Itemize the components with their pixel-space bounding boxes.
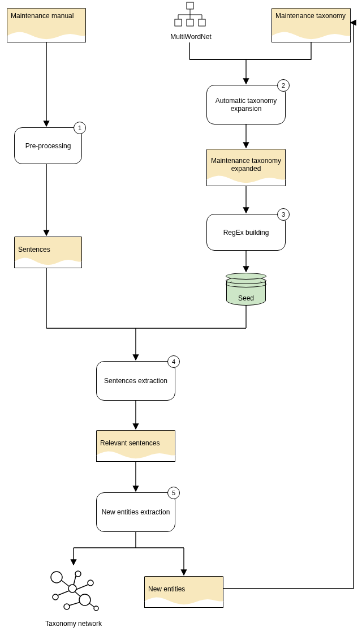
svg-rect-0 — [187, 2, 193, 9]
svg-line-22 — [69, 602, 80, 606]
label-relevant-sentences: Relevant sentences — [100, 439, 160, 447]
label-new-entities: New entities — [148, 585, 185, 593]
proc-pre-processing: Pre-processing — [14, 127, 82, 164]
svg-point-10 — [75, 571, 81, 577]
label-regex-building: RegEx building — [223, 229, 269, 237]
multiwordnet-icon — [173, 1, 206, 32]
doc-maintenance-manual: Maintenance manual — [7, 8, 86, 36]
svg-rect-6 — [175, 19, 182, 26]
svg-line-21 — [75, 592, 80, 596]
connectors — [0, 0, 362, 644]
proc-auto-taxonomy-expansion: Automatic taxonomy expansion — [206, 85, 286, 124]
label-taxonomy-network: Taxonomy network — [40, 620, 107, 628]
badge-4: 4 — [167, 355, 180, 368]
svg-point-16 — [94, 606, 98, 611]
doc-relevant-sentences: Relevant sentences — [96, 430, 175, 456]
svg-line-18 — [74, 576, 76, 585]
svg-point-12 — [68, 585, 76, 593]
label-multiwordnet: MultiWordNet — [167, 33, 215, 41]
doc-maintenance-taxonomy-expanded: Maintenance taxonomy expanded — [206, 149, 286, 180]
label-pre-processing: Pre-processing — [25, 142, 71, 150]
svg-line-23 — [89, 603, 94, 607]
badge-5: 5 — [167, 487, 180, 499]
taxonomy-network-icon — [45, 566, 102, 617]
svg-point-13 — [53, 594, 58, 600]
badge-2: 2 — [277, 79, 290, 92]
proc-sentences-extraction: Sentences extraction — [96, 361, 175, 401]
svg-point-9 — [51, 572, 62, 583]
svg-point-15 — [64, 604, 70, 609]
label-seed: Seed — [226, 294, 266, 302]
badge-3: 3 — [277, 208, 290, 221]
label-new-entities-extraction: New entities extraction — [102, 508, 170, 516]
label-auto-taxonomy-expansion: Automatic taxonomy expansion — [210, 97, 282, 113]
svg-line-17 — [61, 580, 69, 586]
svg-line-20 — [58, 591, 69, 595]
svg-line-19 — [76, 585, 88, 590]
svg-rect-7 — [187, 19, 193, 26]
svg-rect-8 — [199, 19, 205, 26]
db-seed: Seed — [226, 276, 266, 306]
label-sentences-extraction: Sentences extraction — [104, 377, 167, 385]
proc-regex-building: RegEx building — [206, 214, 286, 251]
doc-maintenance-taxonomy: Maintenance taxonomy — [272, 8, 351, 36]
badge-1: 1 — [74, 122, 86, 134]
label-sentences: Sentences — [18, 246, 50, 254]
doc-sentences: Sentences — [14, 237, 82, 262]
label-maintenance-manual: Maintenance manual — [11, 12, 74, 20]
label-maintenance-taxonomy-expanded: Maintenance taxonomy expanded — [210, 157, 282, 173]
label-maintenance-taxonomy: Maintenance taxonomy — [275, 12, 346, 20]
proc-new-entities-extraction: New entities extraction — [96, 492, 175, 532]
svg-point-14 — [79, 594, 90, 606]
doc-new-entities: New entities — [144, 576, 223, 602]
svg-point-11 — [88, 580, 93, 586]
flowchart-canvas: Maintenance manual MultiWordNet Maintena… — [0, 0, 362, 644]
